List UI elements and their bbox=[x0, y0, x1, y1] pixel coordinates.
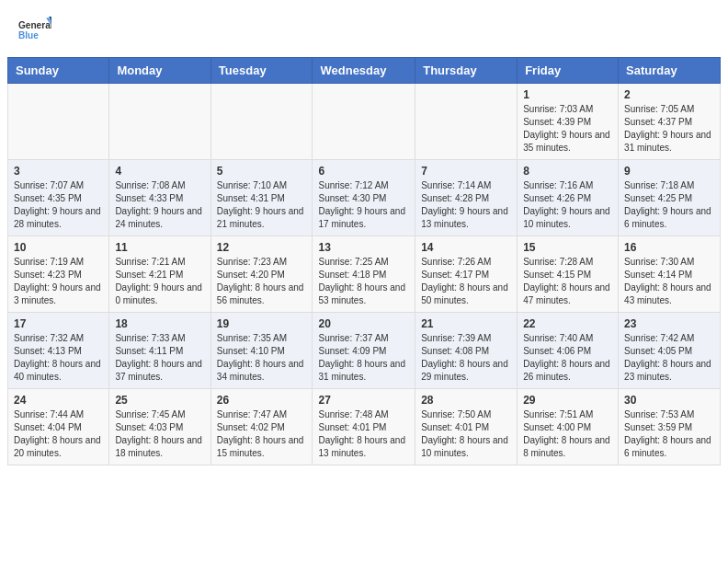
day-number: 22 bbox=[523, 317, 612, 330]
weekday-header-tuesday: Tuesday bbox=[210, 58, 313, 84]
day-info: Sunrise: 7:40 AMSunset: 4:06 PMDaylight:… bbox=[523, 332, 612, 384]
day-cell: 2Sunrise: 7:05 AMSunset: 4:37 PMDaylight… bbox=[619, 84, 721, 160]
day-info: Sunrise: 7:32 AMSunset: 4:13 PMDaylight:… bbox=[14, 332, 103, 384]
day-cell: 17Sunrise: 7:32 AMSunset: 4:13 PMDayligh… bbox=[8, 313, 109, 389]
day-cell bbox=[8, 84, 109, 160]
day-cell: 8Sunrise: 7:16 AMSunset: 4:26 PMDaylight… bbox=[518, 160, 619, 236]
day-cell: 6Sunrise: 7:12 AMSunset: 4:30 PMDaylight… bbox=[313, 160, 415, 236]
day-info: Sunrise: 7:47 AMSunset: 4:02 PMDaylight:… bbox=[217, 408, 307, 460]
day-info: Sunrise: 7:53 AMSunset: 3:59 PMDaylight:… bbox=[624, 408, 714, 460]
day-info: Sunrise: 7:30 AMSunset: 4:14 PMDaylight:… bbox=[624, 256, 714, 307]
day-cell: 26Sunrise: 7:47 AMSunset: 4:02 PMDayligh… bbox=[210, 389, 313, 465]
week-row-3: 10Sunrise: 7:19 AMSunset: 4:23 PMDayligh… bbox=[8, 236, 721, 313]
day-number: 11 bbox=[115, 241, 204, 254]
day-info: Sunrise: 7:28 AMSunset: 4:15 PMDaylight:… bbox=[523, 256, 612, 307]
day-cell: 7Sunrise: 7:14 AMSunset: 4:28 PMDaylight… bbox=[415, 160, 518, 236]
day-info: Sunrise: 7:33 AMSunset: 4:11 PMDaylight:… bbox=[115, 332, 204, 384]
day-number: 8 bbox=[523, 165, 612, 178]
day-number: 27 bbox=[318, 394, 409, 407]
day-cell: 12Sunrise: 7:23 AMSunset: 4:20 PMDayligh… bbox=[210, 236, 313, 313]
day-info: Sunrise: 7:45 AMSunset: 4:03 PMDaylight:… bbox=[115, 408, 204, 460]
day-cell: 3Sunrise: 7:07 AMSunset: 4:35 PMDaylight… bbox=[8, 160, 109, 236]
day-number: 24 bbox=[14, 394, 103, 407]
logo-container: General Blue bbox=[18, 17, 51, 50]
day-cell bbox=[313, 84, 415, 160]
day-cell: 4Sunrise: 7:08 AMSunset: 4:33 PMDaylight… bbox=[109, 160, 210, 236]
day-info: Sunrise: 7:50 AMSunset: 4:01 PMDaylight:… bbox=[421, 408, 511, 460]
day-cell: 11Sunrise: 7:21 AMSunset: 4:21 PMDayligh… bbox=[109, 236, 210, 313]
day-info: Sunrise: 7:16 AMSunset: 4:26 PMDaylight:… bbox=[523, 179, 612, 231]
day-number: 16 bbox=[624, 241, 714, 254]
day-number: 25 bbox=[115, 394, 204, 407]
day-cell bbox=[109, 84, 210, 160]
calendar-header: SundayMondayTuesdayWednesdayThursdayFrid… bbox=[8, 58, 721, 84]
day-number: 26 bbox=[217, 394, 307, 407]
day-number: 10 bbox=[14, 241, 103, 254]
day-cell: 24Sunrise: 7:44 AMSunset: 4:04 PMDayligh… bbox=[8, 389, 109, 465]
day-cell: 9Sunrise: 7:18 AMSunset: 4:25 PMDaylight… bbox=[619, 160, 721, 236]
day-number: 21 bbox=[421, 317, 511, 330]
calendar-body: 1Sunrise: 7:03 AMSunset: 4:39 PMDaylight… bbox=[8, 84, 721, 465]
calendar-wrapper: SundayMondayTuesdayWednesdayThursdayFrid… bbox=[0, 57, 728, 473]
day-number: 2 bbox=[624, 88, 714, 101]
week-row-2: 3Sunrise: 7:07 AMSunset: 4:35 PMDaylight… bbox=[8, 160, 721, 236]
day-info: Sunrise: 7:10 AMSunset: 4:31 PMDaylight:… bbox=[217, 179, 307, 231]
day-info: Sunrise: 7:48 AMSunset: 4:01 PMDaylight:… bbox=[318, 408, 409, 460]
day-cell: 13Sunrise: 7:25 AMSunset: 4:18 PMDayligh… bbox=[313, 236, 415, 313]
day-info: Sunrise: 7:51 AMSunset: 4:00 PMDaylight:… bbox=[523, 408, 612, 460]
day-info: Sunrise: 7:18 AMSunset: 4:25 PMDaylight:… bbox=[624, 179, 714, 231]
day-cell: 25Sunrise: 7:45 AMSunset: 4:03 PMDayligh… bbox=[109, 389, 210, 465]
day-number: 20 bbox=[318, 317, 409, 330]
day-info: Sunrise: 7:12 AMSunset: 4:30 PMDaylight:… bbox=[318, 179, 409, 231]
day-number: 18 bbox=[115, 317, 204, 330]
day-cell: 18Sunrise: 7:33 AMSunset: 4:11 PMDayligh… bbox=[109, 313, 210, 389]
day-info: Sunrise: 7:35 AMSunset: 4:10 PMDaylight:… bbox=[217, 332, 307, 384]
weekday-header-saturday: Saturday bbox=[619, 58, 721, 84]
day-cell: 28Sunrise: 7:50 AMSunset: 4:01 PMDayligh… bbox=[415, 389, 518, 465]
weekday-header-friday: Friday bbox=[518, 58, 619, 84]
day-number: 14 bbox=[421, 241, 511, 254]
svg-text:Blue: Blue bbox=[18, 30, 39, 40]
day-number: 9 bbox=[624, 165, 714, 178]
day-info: Sunrise: 7:19 AMSunset: 4:23 PMDaylight:… bbox=[14, 256, 103, 307]
day-number: 29 bbox=[523, 394, 612, 407]
day-cell: 21Sunrise: 7:39 AMSunset: 4:08 PMDayligh… bbox=[415, 313, 518, 389]
day-info: Sunrise: 7:07 AMSunset: 4:35 PMDaylight:… bbox=[14, 179, 103, 231]
day-cell: 15Sunrise: 7:28 AMSunset: 4:15 PMDayligh… bbox=[518, 236, 619, 313]
day-cell: 27Sunrise: 7:48 AMSunset: 4:01 PMDayligh… bbox=[313, 389, 415, 465]
day-cell: 29Sunrise: 7:51 AMSunset: 4:00 PMDayligh… bbox=[518, 389, 619, 465]
day-number: 4 bbox=[115, 165, 204, 178]
day-info: Sunrise: 7:37 AMSunset: 4:09 PMDaylight:… bbox=[318, 332, 409, 384]
svg-text:General: General bbox=[18, 20, 51, 30]
day-cell: 14Sunrise: 7:26 AMSunset: 4:17 PMDayligh… bbox=[415, 236, 518, 313]
logo: General Blue bbox=[18, 17, 51, 50]
day-info: Sunrise: 7:26 AMSunset: 4:17 PMDaylight:… bbox=[421, 256, 511, 307]
day-info: Sunrise: 7:05 AMSunset: 4:37 PMDaylight:… bbox=[624, 103, 714, 155]
day-number: 5 bbox=[217, 165, 307, 178]
day-cell: 22Sunrise: 7:40 AMSunset: 4:06 PMDayligh… bbox=[518, 313, 619, 389]
day-cell: 20Sunrise: 7:37 AMSunset: 4:09 PMDayligh… bbox=[313, 313, 415, 389]
day-info: Sunrise: 7:08 AMSunset: 4:33 PMDaylight:… bbox=[115, 179, 204, 231]
weekday-row: SundayMondayTuesdayWednesdayThursdayFrid… bbox=[8, 58, 721, 84]
day-number: 6 bbox=[318, 165, 409, 178]
weekday-header-wednesday: Wednesday bbox=[313, 58, 415, 84]
day-number: 23 bbox=[624, 317, 714, 330]
day-cell: 10Sunrise: 7:19 AMSunset: 4:23 PMDayligh… bbox=[8, 236, 109, 313]
week-row-4: 17Sunrise: 7:32 AMSunset: 4:13 PMDayligh… bbox=[8, 313, 721, 389]
day-number: 15 bbox=[523, 241, 612, 254]
day-number: 19 bbox=[217, 317, 307, 330]
day-cell: 5Sunrise: 7:10 AMSunset: 4:31 PMDaylight… bbox=[210, 160, 313, 236]
calendar-table: SundayMondayTuesdayWednesdayThursdayFrid… bbox=[7, 57, 721, 465]
header: General Blue bbox=[0, 0, 728, 57]
day-cell: 16Sunrise: 7:30 AMSunset: 4:14 PMDayligh… bbox=[619, 236, 721, 313]
day-info: Sunrise: 7:42 AMSunset: 4:05 PMDaylight:… bbox=[624, 332, 714, 384]
week-row-5: 24Sunrise: 7:44 AMSunset: 4:04 PMDayligh… bbox=[8, 389, 721, 465]
day-info: Sunrise: 7:39 AMSunset: 4:08 PMDaylight:… bbox=[421, 332, 511, 384]
day-number: 7 bbox=[421, 165, 511, 178]
day-info: Sunrise: 7:25 AMSunset: 4:18 PMDaylight:… bbox=[318, 256, 409, 307]
day-info: Sunrise: 7:14 AMSunset: 4:28 PMDaylight:… bbox=[421, 179, 511, 231]
day-cell bbox=[210, 84, 313, 160]
day-number: 12 bbox=[217, 241, 307, 254]
logo-svg: General Blue bbox=[18, 17, 51, 50]
day-number: 13 bbox=[318, 241, 409, 254]
